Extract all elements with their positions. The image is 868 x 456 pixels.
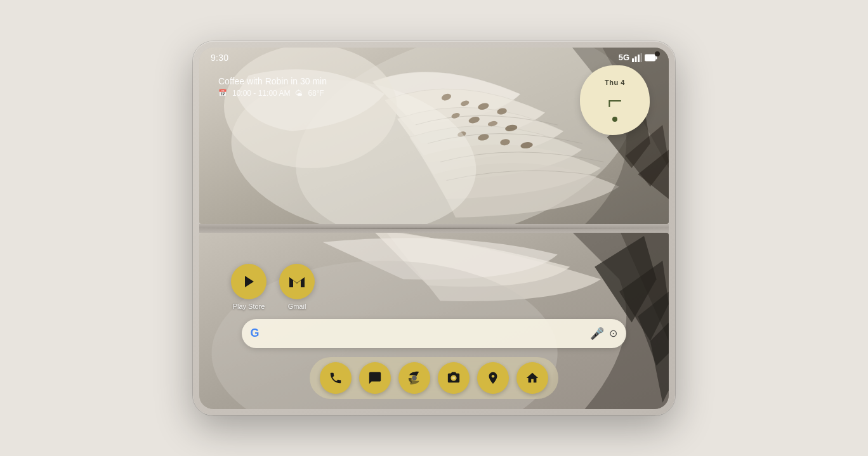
hinge-line: [199, 228, 669, 229]
svg-rect-21: [656, 56, 657, 59]
gmail-label: Gmail: [288, 303, 306, 310]
calendar-blob: Thu 4 ⌐: [580, 65, 650, 135]
app-grid: Play Store Gmail: [231, 264, 315, 310]
calendar-widget[interactable]: Thu 4 ⌐: [580, 65, 650, 135]
bottom-screen: Play Store Gmail G: [199, 233, 669, 409]
app-item-gmail[interactable]: Gmail: [279, 264, 315, 310]
camera-dot: [655, 51, 660, 56]
home-icon: [525, 371, 539, 385]
calendar-dot: [612, 117, 617, 122]
top-screen: 9:30 5G: [199, 48, 669, 224]
gmail-icon: [288, 275, 306, 289]
dock-phone[interactable]: [320, 362, 352, 394]
status-icons: 5G: [619, 53, 657, 62]
network-type: 5G: [619, 53, 629, 62]
apps-area: Play Store Gmail G: [199, 264, 669, 409]
phone-hinge: [199, 224, 669, 233]
dock-maps[interactable]: [477, 362, 509, 394]
maps-icon: [486, 371, 500, 385]
weather-icon: 🌤: [295, 89, 303, 98]
weather-temp: 68°F: [308, 89, 324, 98]
phone-top-half: 9:30 5G: [199, 48, 669, 224]
phone-bottom-half: Play Store Gmail G: [199, 233, 669, 409]
playstore-icon: [241, 274, 256, 289]
playstore-icon-circle[interactable]: [231, 264, 266, 299]
dock-chrome[interactable]: [398, 362, 430, 394]
gmail-icon-circle[interactable]: [279, 264, 315, 299]
search-bar[interactable]: G 🎤 ⊙: [242, 319, 627, 348]
messages-icon: [368, 371, 382, 385]
app-item-playstore[interactable]: Play Store: [231, 264, 266, 310]
chrome-icon: [407, 371, 421, 385]
event-details: 📅 10:00 - 11:00 AM 🌤 68°F: [218, 89, 327, 98]
lens-icon[interactable]: ⊙: [609, 327, 617, 339]
app-dock: [310, 357, 558, 399]
camera-icon: [447, 371, 461, 385]
phone-icon: [329, 371, 343, 385]
signal-icon: [632, 53, 642, 62]
dock-camera[interactable]: [438, 362, 470, 394]
phone-device: 9:30 5G: [193, 41, 675, 415]
svg-rect-17: [635, 56, 637, 62]
dock-home[interactable]: [516, 362, 548, 394]
svg-rect-20: [645, 55, 655, 61]
calendar-number: ⌐: [607, 88, 622, 114]
event-title: Coffee with Robin in 30 min: [218, 76, 327, 86]
event-notification[interactable]: Coffee with Robin in 30 min 📅 10:00 - 11…: [218, 76, 327, 98]
calendar-icon: 📅: [218, 89, 227, 97]
svg-point-25: [412, 375, 416, 380]
microphone-icon[interactable]: 🎤: [590, 327, 604, 341]
status-time: 9:30: [211, 53, 228, 63]
svg-rect-19: [641, 53, 643, 62]
svg-rect-18: [638, 55, 640, 62]
svg-rect-16: [632, 58, 634, 62]
svg-point-26: [452, 376, 456, 379]
playstore-label: Play Store: [233, 303, 265, 310]
google-logo: G: [251, 327, 260, 340]
calendar-day: Thu 4: [605, 79, 625, 86]
event-time: 10:00 - 11:00 AM: [232, 89, 290, 98]
dock-messages[interactable]: [359, 362, 391, 394]
